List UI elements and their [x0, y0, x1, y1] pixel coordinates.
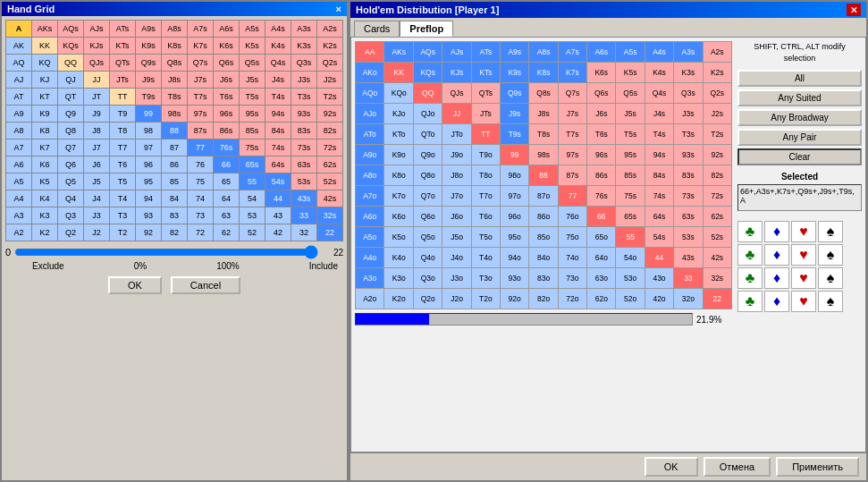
grid-cell[interactable]: J2s — [317, 72, 343, 89]
grid-cell[interactable]: KQs — [58, 38, 84, 55]
dist-cell[interactable]: KTo — [384, 124, 413, 145]
grid-cell[interactable]: KJs — [84, 38, 110, 55]
grid-cell[interactable]: 94 — [136, 190, 162, 207]
dist-cell[interactable]: A5s — [616, 42, 645, 63]
any-suited-button[interactable]: Any Suited — [737, 89, 862, 106]
dist-cell[interactable]: 64o — [587, 248, 616, 268]
dist-cell[interactable]: T3o — [471, 268, 500, 289]
dist-cell[interactable]: 63s — [674, 207, 703, 227]
grid-cell[interactable]: 77 — [188, 140, 214, 156]
dist-cell[interactable]: 82o — [529, 289, 558, 309]
dist-cell[interactable]: T6s — [587, 124, 616, 145]
grid-cell[interactable]: T5s — [240, 89, 265, 106]
grid-cell[interactable]: QT — [58, 89, 84, 106]
grid-cell[interactable]: J8s — [162, 72, 188, 89]
grid-cell[interactable]: 54 — [240, 190, 265, 207]
grid-cell[interactable]: 96 — [136, 156, 162, 173]
grid-cell[interactable]: 98s — [162, 106, 188, 123]
dist-cell[interactable]: Q6o — [413, 207, 442, 227]
grid-cell[interactable]: 75 — [188, 173, 214, 190]
dist-cell[interactable]: T3s — [674, 124, 703, 145]
dist-cell[interactable]: QJo — [413, 104, 442, 124]
grid-cell[interactable]: JTs — [110, 72, 136, 89]
grid-cell[interactable]: A7s — [188, 21, 214, 38]
dist-cell[interactable]: 66 — [587, 207, 616, 227]
grid-cell[interactable]: J3 — [84, 207, 110, 224]
dist-cell[interactable]: 73o — [558, 268, 586, 289]
grid-cell[interactable]: A9 — [6, 106, 32, 123]
grid-cell[interactable]: 62s — [317, 156, 343, 173]
grid-cell[interactable]: T6s — [214, 89, 240, 106]
grid-cell[interactable]: K6 — [32, 156, 58, 173]
dist-cell[interactable]: 74s — [645, 186, 673, 207]
dist-cell[interactable]: A5o — [356, 227, 384, 248]
grid-cell[interactable]: AKs — [32, 21, 58, 38]
dist-cell[interactable]: J3o — [442, 268, 471, 289]
dist-cell[interactable]: 82s — [703, 165, 731, 186]
grid-cell[interactable]: A8s — [162, 21, 188, 38]
dist-cell[interactable]: 72o — [558, 289, 586, 309]
grid-cell[interactable]: J7s — [188, 72, 214, 89]
dist-cell[interactable]: 43s — [674, 248, 703, 268]
dist-cell[interactable]: AKo — [356, 63, 384, 83]
suit-cell[interactable]: ♣ — [737, 221, 763, 242]
grid-cell[interactable]: J5s — [240, 72, 265, 89]
grid-cell[interactable]: 97s — [188, 106, 214, 123]
grid-cell[interactable]: K4s — [265, 38, 291, 55]
dist-cell[interactable]: AJo — [356, 104, 384, 124]
cancel-button[interactable]: Отмена — [704, 457, 771, 477]
dist-cell[interactable]: T5s — [616, 124, 645, 145]
dist-cell[interactable]: AQs — [413, 42, 442, 63]
suit-cell[interactable]: ♥ — [791, 267, 816, 289]
dist-cell[interactable]: 55 — [616, 227, 645, 248]
dist-cell[interactable]: Q4s — [645, 83, 673, 104]
grid-cell[interactable]: 62 — [214, 224, 240, 241]
grid-cell[interactable]: A — [6, 21, 32, 38]
dist-cell[interactable]: 84s — [645, 165, 673, 186]
grid-cell[interactable]: AT — [6, 89, 32, 106]
dist-cell[interactable]: KK — [384, 63, 413, 83]
dist-cell[interactable]: 42s — [703, 248, 731, 268]
dist-cell[interactable]: Q6s — [587, 83, 616, 104]
grid-cell[interactable]: Q5 — [58, 173, 84, 190]
grid-cell[interactable]: J7 — [84, 140, 110, 156]
grid-cell[interactable]: 88 — [162, 123, 188, 140]
dist-cell[interactable]: K9s — [501, 63, 529, 83]
dist-cell[interactable]: K2o — [384, 289, 413, 309]
dist-cell[interactable]: K4o — [384, 248, 413, 268]
grid-cell[interactable]: A2s — [317, 21, 343, 38]
dist-cell[interactable]: AKs — [384, 42, 413, 63]
dist-cell[interactable]: QQ — [413, 83, 442, 104]
dist-cell[interactable]: A8o — [356, 165, 384, 186]
grid-cell[interactable]: Q6 — [58, 156, 84, 173]
grid-cell[interactable]: K7 — [32, 140, 58, 156]
grid-cell[interactable]: T5 — [110, 173, 136, 190]
dist-cell[interactable]: K5s — [616, 63, 645, 83]
grid-cell[interactable]: A6s — [214, 21, 240, 38]
dist-cell[interactable]: T9o — [471, 145, 500, 165]
grid-cell[interactable]: Q3s — [291, 55, 317, 72]
grid-cell[interactable]: K4 — [32, 190, 58, 207]
dist-cell[interactable]: QJs — [442, 83, 471, 104]
dist-cell[interactable]: ATs — [471, 42, 500, 63]
grid-cell[interactable]: QJs — [84, 55, 110, 72]
dist-cell[interactable]: 95o — [501, 227, 529, 248]
grid-cell[interactable]: 98 — [136, 123, 162, 140]
dist-cell[interactable]: A6o — [356, 207, 384, 227]
dist-cell[interactable]: 86s — [587, 165, 616, 186]
grid-cell[interactable]: J9 — [84, 106, 110, 123]
grid-cell[interactable]: JT — [84, 89, 110, 106]
grid-cell[interactable]: K7s — [188, 38, 214, 55]
ok-button[interactable]: OK — [645, 457, 698, 477]
dist-cell[interactable]: 74o — [558, 248, 586, 268]
grid-cell[interactable]: T6 — [110, 156, 136, 173]
grid-cell[interactable]: 83s — [291, 123, 317, 140]
dist-cell[interactable]: A9s — [501, 42, 529, 63]
grid-cell[interactable]: AQs — [58, 21, 84, 38]
dist-cell[interactable]: T2s — [703, 124, 731, 145]
grid-cell[interactable]: Q2s — [317, 55, 343, 72]
grid-cell[interactable]: 86 — [162, 156, 188, 173]
grid-cell[interactable]: 85s — [240, 123, 265, 140]
grid-cell[interactable]: K8s — [162, 38, 188, 55]
dist-cell[interactable]: 85o — [529, 227, 558, 248]
